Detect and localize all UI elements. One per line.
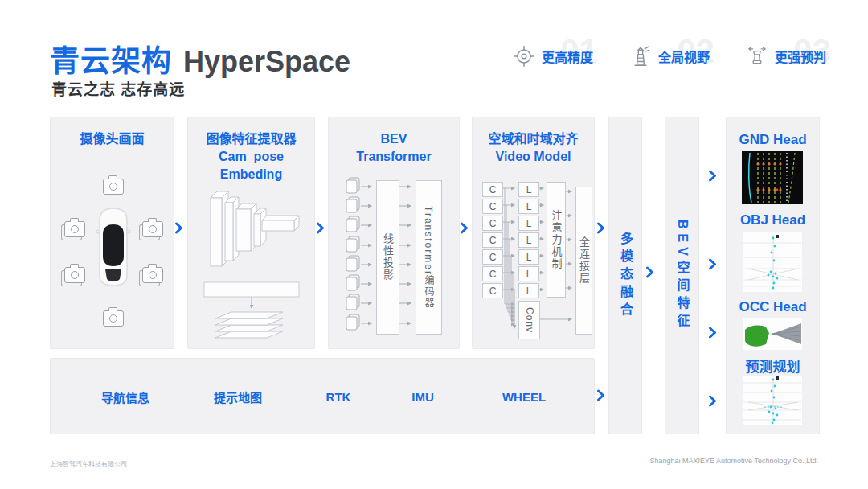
company-name-cn: 上海智驾汽车科技有限公司 bbox=[50, 459, 127, 468]
multimodal-fusion-label: 多模态融合 bbox=[616, 232, 635, 320]
occ-head-preview bbox=[742, 317, 803, 351]
target-icon bbox=[512, 44, 536, 68]
arrow-right-icon bbox=[708, 327, 717, 339]
fully-connected-label: 全连接层 bbox=[576, 236, 592, 285]
c-cell: C bbox=[482, 216, 503, 231]
camera-icon bbox=[64, 267, 85, 283]
l-cell: L bbox=[518, 199, 539, 214]
prediction-planning-preview bbox=[742, 375, 803, 426]
arrow-right-icon bbox=[460, 222, 469, 234]
feature-list: 01 更高精度 02 全局视野 bbox=[512, 42, 826, 71]
c-cell: C bbox=[482, 266, 503, 281]
arrow-right-icon bbox=[316, 222, 325, 234]
bev-feature-label: BEV空间特征 bbox=[673, 220, 692, 331]
l-cell: L bbox=[518, 182, 539, 197]
input-item: 提示地图 bbox=[214, 388, 262, 405]
feature-prediction: 03 更强预判 bbox=[745, 42, 826, 71]
multimodal-fusion-bar: 多模态融合 bbox=[608, 117, 642, 434]
slogan: 青云之志 志存高远 bbox=[51, 77, 185, 99]
attention-box: 注意力机制 bbox=[547, 182, 566, 298]
arrow-right-icon bbox=[174, 222, 183, 234]
panel-title: 摄像头画面 bbox=[51, 130, 174, 148]
input-item: IMU bbox=[411, 389, 434, 403]
transformer-encoder-box: Transformer编码器 bbox=[416, 180, 442, 335]
c-cell: C bbox=[482, 232, 503, 248]
head-label: OCC Head bbox=[727, 299, 819, 315]
linear-projection-box: 线性投影 bbox=[376, 180, 399, 335]
title-chinese: 青云架构 bbox=[50, 37, 172, 80]
linear-projection-label: 线性投影 bbox=[380, 233, 395, 281]
c-cell: C bbox=[482, 249, 503, 265]
feature-label: 更高精度 bbox=[542, 47, 593, 66]
arrow-right-icon bbox=[596, 222, 605, 234]
feature-precision: 01 更高精度 bbox=[512, 42, 593, 71]
c-cell: C bbox=[482, 182, 503, 197]
company-name-en: Shanghai MAXIEYE Automotive Technology C… bbox=[650, 457, 818, 465]
title-english: HyperSpace bbox=[183, 45, 350, 79]
camera-icon bbox=[64, 221, 85, 237]
l-cell: L bbox=[518, 216, 539, 231]
conv-box: Conv bbox=[518, 301, 540, 339]
car-top-view bbox=[93, 206, 133, 288]
l-cell: L bbox=[518, 249, 539, 265]
camera-icon bbox=[103, 179, 124, 195]
input-item: WHEEL bbox=[502, 389, 546, 403]
feature-label: 更强预判 bbox=[775, 47, 826, 66]
panel-output-heads: GND Head OBJ Head bbox=[726, 117, 820, 434]
cnn-diagram bbox=[188, 117, 314, 348]
input-item: 导航信息 bbox=[101, 388, 149, 405]
panel-feature-extractor: 图像特征提取器 Cam_pose Embeding bbox=[187, 117, 315, 349]
transformer-encoder-label: Transformer编码器 bbox=[422, 206, 436, 310]
lighthouse-icon bbox=[628, 44, 653, 68]
strategy-icon bbox=[745, 44, 769, 68]
fully-connected-box: 全连接层 bbox=[575, 187, 592, 335]
feature-label: 全局视野 bbox=[658, 47, 710, 66]
attention-label: 注意力机制 bbox=[549, 210, 564, 270]
c-cell: C bbox=[482, 199, 503, 214]
head-label: GND Head bbox=[727, 132, 819, 148]
gnd-head-preview bbox=[742, 151, 803, 204]
panel-video-model: 空域和时域对齐 Video Model bbox=[472, 117, 595, 349]
head-label: 预测规划 bbox=[727, 355, 819, 376]
arrow-right-icon bbox=[708, 258, 717, 270]
c-cell: C bbox=[482, 283, 503, 298]
camera-icon bbox=[142, 267, 163, 283]
l-cell: L bbox=[518, 232, 539, 248]
panel-camera-views: 摄像头画面 bbox=[50, 117, 174, 349]
conv-label: Conv bbox=[524, 307, 535, 333]
panel-bev-transformer: BEV Transformer bbox=[328, 117, 460, 349]
arrow-right-icon bbox=[708, 170, 717, 182]
arrow-right-icon bbox=[596, 389, 605, 401]
slide-canvas: 青云架构 HyperSpace 青云之志 志存高远 01 更高精度 02 bbox=[0, 0, 868, 489]
camera-icon bbox=[142, 221, 163, 237]
obj-head-preview bbox=[742, 232, 803, 293]
l-cell: L bbox=[518, 266, 539, 281]
input-item: RTK bbox=[326, 389, 351, 403]
arrow-right-icon bbox=[645, 266, 654, 278]
l-cell: L bbox=[518, 283, 539, 298]
feature-global-view: 02 全局视野 bbox=[628, 42, 710, 71]
camera-icon bbox=[103, 310, 124, 327]
arrow-right-icon bbox=[708, 395, 717, 407]
page-title: 青云架构 HyperSpace bbox=[50, 37, 350, 80]
panel-sensor-inputs: 导航信息 提示地图 RTK IMU WHEEL bbox=[50, 358, 595, 434]
head-label: OBJ Head bbox=[727, 212, 819, 228]
bev-feature-bar: BEV空间特征 bbox=[665, 117, 699, 434]
